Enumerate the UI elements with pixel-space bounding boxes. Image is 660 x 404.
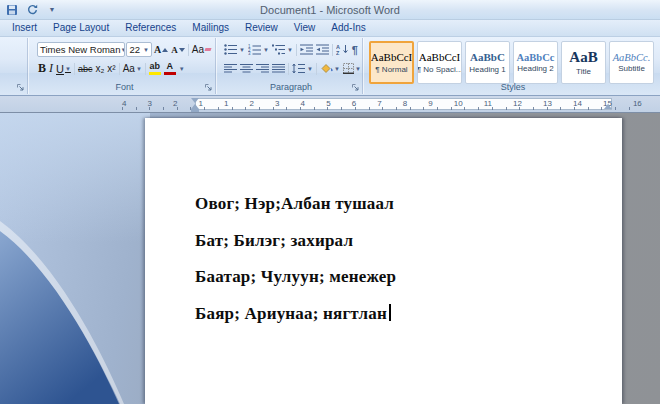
- separator: [296, 44, 297, 56]
- style-preview: AaBbC: [470, 51, 505, 63]
- increase-indent-button[interactable]: [315, 42, 330, 58]
- decrease-indent-button[interactable]: [299, 42, 314, 58]
- superscript-button[interactable]: x²: [106, 61, 116, 77]
- style-label: Title: [576, 67, 591, 76]
- font-group: Times New Roman ▼ 22 ▼ A A Aa B I U▼ abc…: [34, 38, 216, 94]
- style-card[interactable]: AaBbCc Heading 2: [513, 41, 558, 84]
- document-line-text: Баяр; Ариунаа; нягтлан: [195, 304, 387, 323]
- chevron-down-icon: ▼: [355, 66, 361, 72]
- style-preview: AaBbCcI: [419, 51, 461, 63]
- grow-font-button[interactable]: A: [153, 42, 169, 58]
- background-swoosh: [0, 113, 160, 404]
- italic-button[interactable]: I: [48, 61, 54, 77]
- document-lines[interactable]: Овог; Нэр;Албан тушаал Бат; Билэг; захир…: [195, 186, 602, 332]
- ruler-number: 14: [573, 99, 582, 108]
- save-button[interactable]: [4, 2, 20, 18]
- text-highlight-color-button[interactable]: ab: [148, 61, 162, 77]
- ribbon-tab[interactable]: Insert: [4, 20, 45, 36]
- chevron-down-icon: ▼: [287, 47, 293, 53]
- repeat-button[interactable]: [24, 2, 40, 18]
- font-size-combo[interactable]: 22 ▼: [126, 42, 152, 57]
- svg-text:Z: Z: [336, 50, 340, 55]
- ribbon-tab[interactable]: Page Layout: [45, 20, 117, 36]
- align-left-button[interactable]: [223, 61, 238, 77]
- style-preview: AaBbCc.: [613, 52, 651, 64]
- multilevel-list-icon: [272, 44, 286, 55]
- customize-quick-access-button[interactable]: ▼: [44, 2, 60, 18]
- shrink-font-button[interactable]: A: [170, 42, 186, 58]
- align-center-button[interactable]: [239, 61, 254, 77]
- style-label: Heading 2: [517, 64, 553, 73]
- line-spacing-button[interactable]: ▼: [291, 61, 314, 77]
- style-card[interactable]: AaBbCcI ¶ Normal: [369, 41, 414, 84]
- text-cursor: [389, 304, 391, 321]
- chevron-down-icon: ▼: [263, 47, 269, 53]
- document-line[interactable]: Бат; Билэг; захирал: [195, 223, 602, 260]
- style-card[interactable]: AaB Title: [561, 41, 606, 84]
- chevron-down-icon[interactable]: ▼: [179, 66, 185, 72]
- clipboard-dialog-launcher[interactable]: [16, 83, 25, 92]
- numbering-button[interactable]: 123 ▼: [247, 42, 270, 58]
- document-line-text: Баатар; Чулуун; менежер: [195, 267, 396, 286]
- align-left-icon: [224, 63, 237, 74]
- font-dialog-launcher[interactable]: [204, 83, 213, 92]
- left-indent-marker[interactable]: [191, 109, 199, 112]
- window-title: Document1 - Microsoft Word: [260, 4, 400, 16]
- style-label: ¶ Normal: [375, 65, 407, 74]
- chevron-down-icon: ▼: [120, 47, 125, 53]
- chevron-down-icon: ▼: [143, 47, 149, 53]
- style-card[interactable]: AaBbCc. Subtitle: [609, 41, 654, 84]
- bold-button[interactable]: B: [37, 61, 47, 77]
- justify-icon: [272, 63, 285, 74]
- style-card[interactable]: AaBbCcI ¶ No Spaci...: [417, 41, 462, 84]
- justify-button[interactable]: [271, 61, 286, 77]
- font-name-value: Times New Roman: [40, 44, 120, 55]
- font-size-value: 22: [129, 44, 140, 55]
- document-page[interactable]: Овог; Нэр;Албан тушаал Бат; Билэг; захир…: [145, 118, 622, 404]
- document-line[interactable]: Овог; Нэр;Албан тушаал: [195, 186, 602, 223]
- horizontal-ruler[interactable]: 432112345678910111213141516: [0, 96, 660, 113]
- underline-button[interactable]: U▼: [55, 61, 72, 77]
- styles-group: AaBbCcI ¶ Normal AaBbCcI ¶ No Spaci... A…: [366, 38, 660, 94]
- separator: [188, 44, 189, 56]
- align-right-button[interactable]: [255, 61, 270, 77]
- separator: [288, 63, 289, 75]
- eraser-icon: [205, 48, 212, 51]
- styles-group-label: Styles: [366, 82, 660, 92]
- borders-button[interactable]: ▼: [342, 61, 362, 77]
- ribbon-tab[interactable]: Review: [237, 20, 286, 36]
- ribbon-tab[interactable]: Add-Ins: [323, 20, 373, 36]
- ribbon-tab[interactable]: View: [286, 20, 324, 36]
- paragraph-dialog-launcher[interactable]: [351, 83, 360, 92]
- align-right-icon: [256, 63, 269, 74]
- document-line[interactable]: Баатар; Чулуун; менежер: [195, 259, 602, 296]
- subscript-button[interactable]: x₂: [94, 61, 105, 77]
- svg-text:3: 3: [248, 51, 251, 55]
- change-case-button[interactable]: Aa▼: [122, 61, 143, 77]
- font-name-combo[interactable]: Times New Roman ▼: [37, 42, 125, 57]
- paragraph-group-label: Paragraph: [220, 82, 362, 92]
- style-label: Heading 1: [469, 65, 505, 74]
- ruler-number: 13: [543, 99, 552, 108]
- sort-button[interactable]: AZ: [335, 42, 350, 58]
- clear-formatting-button[interactable]: Aa: [191, 42, 212, 58]
- ruler-number: 8: [403, 99, 407, 108]
- document-line[interactable]: Баяр; Ариунаа; нягтлан: [195, 296, 602, 333]
- document-line-text: Бат; Билэг; захирал: [195, 231, 353, 250]
- separator: [145, 63, 146, 75]
- format-painter-button[interactable]: Painter: [0, 61, 27, 72]
- bullets-button[interactable]: ▼: [223, 42, 246, 58]
- style-card[interactable]: AaBbC Heading 1: [465, 41, 510, 84]
- font-color-button[interactable]: A: [163, 61, 177, 77]
- highlight-color-bar-icon: [149, 72, 161, 75]
- show-hide-paragraph-button[interactable]: ¶: [351, 42, 359, 58]
- ribbon-tab[interactable]: References: [117, 20, 184, 36]
- first-line-indent-marker[interactable]: [191, 98, 199, 103]
- multilevel-list-button[interactable]: ▼: [271, 42, 294, 58]
- right-indent-marker[interactable]: [604, 104, 612, 109]
- shading-button[interactable]: ▼: [319, 61, 341, 77]
- strikethrough-button[interactable]: abc: [77, 61, 94, 77]
- save-icon: [6, 4, 18, 16]
- align-center-icon: [240, 63, 253, 74]
- ribbon-tab[interactable]: Mailings: [184, 20, 237, 36]
